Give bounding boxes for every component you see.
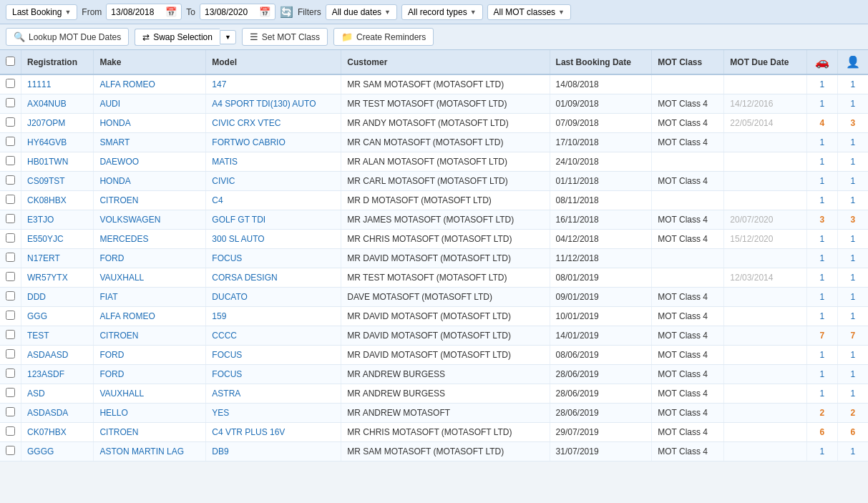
- make-link[interactable]: ASTON MARTIN LAG: [99, 446, 184, 456]
- cell-registration[interactable]: 11111: [21, 74, 94, 94]
- registration-link[interactable]: GGGG: [27, 446, 54, 456]
- registration-link[interactable]: GGG: [27, 311, 47, 321]
- cell-make[interactable]: ASTON MARTIN LAG: [94, 442, 206, 462]
- from-date-field[interactable]: [111, 7, 162, 17]
- registration-link[interactable]: E3TJO: [27, 215, 54, 225]
- row-checkbox[interactable]: [6, 233, 15, 243]
- cell-make[interactable]: VAUXHALL: [94, 384, 206, 404]
- row-checkbox-cell[interactable]: [0, 384, 21, 404]
- make-link[interactable]: ALFA ROMEO: [99, 79, 155, 89]
- row-checkbox-cell[interactable]: [0, 94, 21, 114]
- cell-model[interactable]: 300 SL AUTO: [206, 230, 341, 249]
- make-link[interactable]: CITROEN: [99, 195, 138, 205]
- make-link[interactable]: CITROEN: [99, 331, 138, 341]
- make-link[interactable]: FORD: [99, 350, 124, 360]
- row-checkbox[interactable]: [6, 272, 15, 281]
- cell-model[interactable]: MATIS: [206, 152, 341, 172]
- cell-make[interactable]: CITROEN: [94, 326, 206, 346]
- cell-registration[interactable]: DDD: [21, 288, 94, 307]
- cell-model[interactable]: 159: [206, 307, 341, 326]
- cell-make[interactable]: SMART: [94, 133, 206, 152]
- row-checkbox-cell[interactable]: [0, 114, 21, 133]
- swap-selection-button[interactable]: ⇄ Swap Selection: [135, 29, 220, 46]
- make-link[interactable]: FIAT: [99, 292, 117, 302]
- cell-model[interactable]: GOLF GT TDI: [206, 210, 341, 230]
- model-link[interactable]: 147: [212, 79, 226, 89]
- lookup-mot-button[interactable]: 🔍 Lookup MOT Due Dates: [6, 28, 129, 46]
- make-link[interactable]: VOLKSWAGEN: [99, 215, 160, 225]
- cell-make[interactable]: HONDA: [94, 114, 206, 133]
- sort-dropdown[interactable]: Last Booking ▼: [6, 4, 77, 20]
- row-checkbox-cell[interactable]: [0, 191, 21, 210]
- make-link[interactable]: MERCEDES: [99, 234, 148, 244]
- make-link[interactable]: VAUXHALL: [99, 273, 144, 283]
- cell-model[interactable]: CORSA DESIGN: [206, 268, 341, 288]
- row-checkbox-cell[interactable]: [0, 210, 21, 230]
- cell-model[interactable]: C4: [206, 191, 341, 210]
- row-checkbox[interactable]: [6, 156, 15, 165]
- cell-registration[interactable]: HB01TWN: [21, 152, 94, 172]
- cell-make[interactable]: MERCEDES: [94, 230, 206, 249]
- cell-registration[interactable]: J207OPM: [21, 114, 94, 133]
- cell-model[interactable]: FOCUS: [206, 346, 341, 365]
- cell-model[interactable]: CCCC: [206, 326, 341, 346]
- row-checkbox-cell[interactable]: [0, 442, 21, 462]
- cell-model[interactable]: DUCATO: [206, 288, 341, 307]
- registration-link[interactable]: TEST: [27, 331, 49, 341]
- model-link[interactable]: FOCUS: [212, 253, 242, 263]
- row-checkbox[interactable]: [6, 137, 15, 146]
- make-link[interactable]: DAEWOO: [99, 157, 139, 167]
- registration-link[interactable]: CS09TST: [27, 176, 65, 186]
- row-checkbox[interactable]: [6, 195, 15, 204]
- row-checkbox[interactable]: [6, 388, 15, 397]
- model-link[interactable]: MATIS: [212, 157, 238, 167]
- swap-dropdown-arrow[interactable]: ▼: [220, 30, 236, 44]
- registration-link[interactable]: CK08HBX: [27, 195, 67, 205]
- due-dates-dropdown[interactable]: All due dates ▼: [326, 4, 397, 20]
- registration-link[interactable]: E550YJC: [27, 234, 64, 244]
- make-link[interactable]: HONDA: [99, 118, 130, 128]
- cell-registration[interactable]: CK07HBX: [21, 423, 94, 442]
- cell-registration[interactable]: CK08HBX: [21, 191, 94, 210]
- row-checkbox[interactable]: [6, 253, 15, 262]
- row-checkbox[interactable]: [6, 311, 15, 320]
- row-checkbox[interactable]: [6, 330, 15, 339]
- row-checkbox[interactable]: [6, 214, 15, 223]
- model-link[interactable]: FOCUS: [212, 350, 242, 360]
- row-checkbox[interactable]: [6, 368, 15, 378]
- from-calendar-icon[interactable]: 📅: [165, 6, 177, 17]
- cell-model[interactable]: FOCUS: [206, 365, 341, 384]
- cell-registration[interactable]: N17ERT: [21, 249, 94, 268]
- make-link[interactable]: HELLO: [99, 408, 127, 418]
- from-date-input[interactable]: 📅: [106, 4, 182, 20]
- row-checkbox-cell[interactable]: [0, 230, 21, 249]
- row-checkbox-cell[interactable]: [0, 268, 21, 288]
- model-link[interactable]: CIVIC: [212, 176, 235, 186]
- cell-make[interactable]: HELLO: [94, 404, 206, 423]
- make-link[interactable]: HONDA: [99, 176, 130, 186]
- cell-model[interactable]: FORTWO CABRIO: [206, 133, 341, 152]
- cell-make[interactable]: VOLKSWAGEN: [94, 210, 206, 230]
- refresh-icon[interactable]: 🔄: [280, 6, 293, 19]
- cell-make[interactable]: FIAT: [94, 288, 206, 307]
- registration-link[interactable]: CK07HBX: [27, 427, 67, 437]
- model-link[interactable]: FORTWO CABRIO: [212, 137, 285, 147]
- make-link[interactable]: VAUXHALL: [99, 389, 144, 399]
- model-link[interactable]: CCCC: [212, 331, 237, 341]
- row-checkbox-cell[interactable]: [0, 307, 21, 326]
- cell-registration[interactable]: CS09TST: [21, 172, 94, 191]
- registration-link[interactable]: J207OPM: [27, 118, 65, 128]
- model-link[interactable]: DB9: [212, 446, 228, 456]
- cell-make[interactable]: VAUXHALL: [94, 268, 206, 288]
- to-calendar-icon[interactable]: 📅: [259, 6, 270, 17]
- cell-model[interactable]: ASTRA: [206, 384, 341, 404]
- model-link[interactable]: CIVIC CRX VTEC: [212, 118, 281, 128]
- cell-model[interactable]: FOCUS: [206, 249, 341, 268]
- cell-model[interactable]: CIVIC CRX VTEC: [206, 114, 341, 133]
- registration-link[interactable]: HY64GVB: [27, 137, 67, 147]
- cell-model[interactable]: C4 VTR PLUS 16V: [206, 423, 341, 442]
- to-date-input[interactable]: 📅: [200, 4, 275, 20]
- cell-make[interactable]: ALFA ROMEO: [94, 74, 206, 94]
- cell-make[interactable]: CITROEN: [94, 191, 206, 210]
- row-checkbox-cell[interactable]: [0, 365, 21, 384]
